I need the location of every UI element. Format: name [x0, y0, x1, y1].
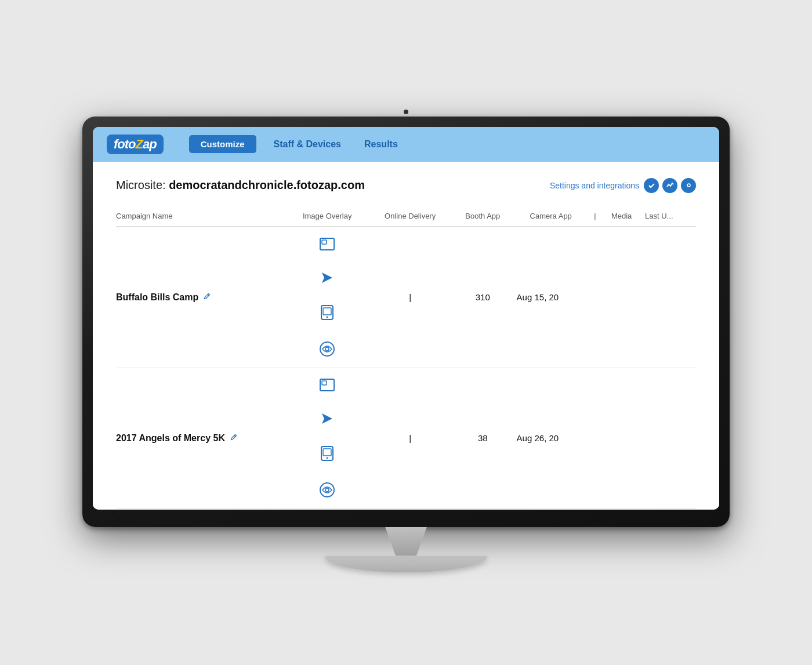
svg-rect-12 [322, 381, 327, 385]
settings-gear-icon [681, 178, 696, 193]
col-media: Media [605, 206, 645, 227]
table-row: Food and Wine 2017 | 55 Sep 23, 20 [116, 508, 696, 510]
last-used-cell: Aug 15, 20 [517, 227, 592, 368]
last-used-cell: Sep 23, 20 [517, 508, 592, 510]
svg-marker-13 [322, 413, 332, 424]
col-booth-app: Booth App [456, 206, 517, 227]
settings-label: Settings and integrations [550, 181, 639, 190]
campaign-name-text: 2017 Angels of Mercy 5K [116, 433, 225, 444]
logo-area: fotoZap [107, 135, 168, 154]
staff-devices-link[interactable]: Staff & Devices [268, 139, 347, 150]
campaign-name-text: Buffalo Bills Camp [116, 292, 198, 303]
col-last-used: Last U... [645, 206, 696, 227]
svg-point-16 [327, 457, 328, 459]
col-separator: | [592, 206, 605, 227]
camera-app-cell[interactable] [290, 471, 371, 508]
col-online-delivery: Online Delivery [371, 206, 456, 227]
microsite-label: Microsite: [116, 179, 166, 191]
monitor-outer: fotoZap Customize Staff & Devices Result… [82, 117, 730, 527]
campaign-name-cell[interactable]: Food and Wine 2017 [116, 508, 290, 510]
microsite-header: Microsite: democratandchronicle.fotozap.… [116, 178, 696, 193]
monitor-neck [371, 527, 441, 556]
logo-box: fotoZap [107, 135, 164, 154]
main-content: Microsite: democratandchronicle.fotozap.… [93, 162, 719, 510]
logo-text: fotoZap [114, 137, 157, 151]
col-image-overlay: Image Overlay [290, 206, 371, 227]
svg-point-0 [687, 184, 690, 187]
svg-rect-3 [322, 240, 327, 244]
media-count-cell: 38 [456, 368, 517, 508]
col-camera-app: Camera App [517, 206, 592, 227]
last-used-cell: Aug 26, 20 [517, 368, 592, 508]
screen-content: fotoZap Customize Staff & Devices Result… [93, 127, 719, 510]
separator-cell: | [371, 227, 456, 368]
table-row: 2017 Angels of Mercy 5K | 38 Aug 26, 20 [116, 368, 696, 508]
booth-app-cell[interactable] [290, 435, 371, 471]
logo-zap: Z [136, 137, 143, 151]
edit-icon[interactable] [230, 433, 238, 443]
settings-link[interactable]: Settings and integrations [550, 178, 696, 193]
image-overlay-cell[interactable] [290, 227, 371, 261]
svg-marker-4 [322, 272, 332, 283]
separator-cell: | [371, 368, 456, 508]
svg-point-18 [325, 488, 329, 492]
monitor-screen-bezel: fotoZap Customize Staff & Devices Result… [93, 127, 719, 510]
svg-line-1 [208, 295, 209, 296]
campaign-name-cell[interactable]: Buffalo Bills Camp [116, 227, 290, 368]
webcam-dot [404, 110, 408, 114]
monitor-wrapper: fotoZap Customize Staff & Devices Result… [82, 117, 730, 572]
monitor-base [325, 556, 487, 572]
svg-rect-15 [323, 449, 331, 456]
svg-line-10 [234, 435, 235, 437]
camera-app-cell[interactable] [290, 330, 371, 368]
image-overlay-cell[interactable] [290, 509, 371, 510]
media-count-cell: 310 [456, 227, 517, 368]
navbar: fotoZap Customize Staff & Devices Result… [93, 127, 719, 162]
microsite-title: Microsite: democratandchronicle.fotozap.… [116, 179, 365, 192]
microsite-url[interactable]: democratandchronicle.fotozap.com [169, 179, 365, 191]
analytics-icon [662, 178, 677, 193]
online-delivery-cell[interactable] [290, 261, 371, 295]
campaign-table: Campaign Name Image Overlay Online Deliv… [116, 206, 696, 510]
chart-icon [644, 178, 659, 193]
results-link[interactable]: Results [358, 139, 404, 150]
media-count-cell: 55 [456, 508, 517, 510]
svg-point-7 [327, 316, 328, 318]
image-overlay-cell[interactable] [290, 368, 371, 402]
edit-icon[interactable] [203, 292, 211, 302]
customize-button[interactable]: Customize [189, 135, 256, 153]
settings-icon-group [644, 178, 696, 193]
online-delivery-cell[interactable] [290, 402, 371, 435]
svg-point-9 [325, 347, 329, 351]
campaign-name-cell[interactable]: 2017 Angels of Mercy 5K [116, 368, 290, 508]
separator-cell: | [371, 508, 456, 510]
svg-rect-6 [323, 308, 331, 315]
table-header-row: Campaign Name Image Overlay Online Deliv… [116, 206, 696, 227]
booth-app-cell[interactable] [290, 295, 371, 330]
table-row: Buffalo Bills Camp | 310 Aug 15, 20 [116, 227, 696, 368]
col-campaign-name: Campaign Name [116, 206, 290, 227]
